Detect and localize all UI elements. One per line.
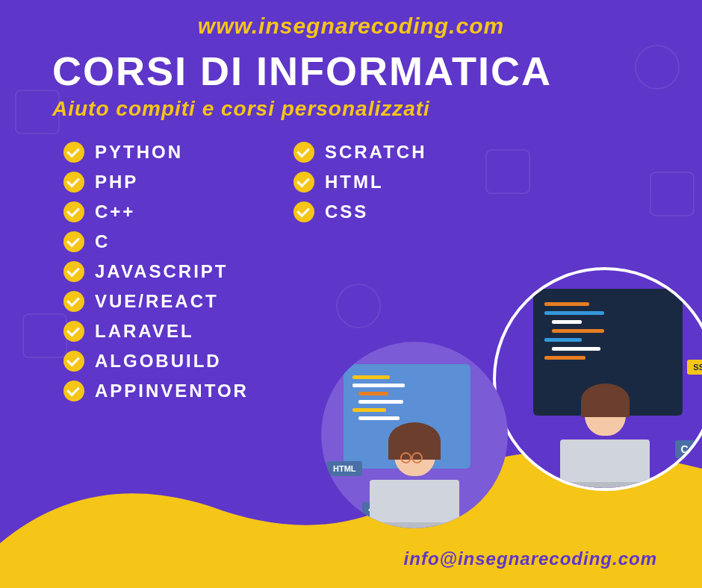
course-item: CSS <box>293 201 427 222</box>
course-label: PYTHON <box>95 142 183 163</box>
check-icon <box>63 231 84 252</box>
code-tag-html: HTML <box>327 461 362 476</box>
website-url[interactable]: www.insegnarecoding.com <box>0 0 702 39</box>
course-item: APPINVENTOR <box>63 381 249 401</box>
course-label: JAVASCRIPT <box>95 261 228 282</box>
course-item: C <box>63 231 249 252</box>
course-item: VUE/REACT <box>63 291 249 312</box>
check-icon <box>63 351 84 372</box>
course-label: ALGOBUILD <box>95 351 222 372</box>
course-label: HTML <box>325 172 384 193</box>
course-item: ALGOBUILD <box>63 351 249 372</box>
illustration-coder-right: SS C++ <box>493 267 702 491</box>
course-label: CSS <box>325 201 368 222</box>
check-icon <box>63 172 84 193</box>
illustration-coder-left: HTML <code> <box>321 342 508 528</box>
course-label: C++ <box>95 201 135 222</box>
course-label: APPINVENTOR <box>95 381 249 401</box>
check-icon <box>293 172 314 193</box>
check-icon <box>63 321 84 342</box>
subtitle: Aiuto compiti e corsi personalizzati <box>52 97 702 121</box>
check-icon <box>63 142 84 163</box>
check-icon <box>63 201 84 222</box>
code-tag-ss: SS <box>687 360 702 375</box>
course-item: HTML <box>293 172 427 193</box>
course-item: JAVASCRIPT <box>63 261 249 282</box>
course-item: PHP <box>63 172 249 193</box>
check-icon <box>293 201 314 222</box>
course-label: PHP <box>95 172 138 193</box>
course-item: C++ <box>63 201 249 222</box>
check-icon <box>63 261 84 282</box>
check-icon <box>63 381 84 401</box>
check-icon <box>63 291 84 312</box>
course-item: PYTHON <box>63 142 249 163</box>
check-icon <box>293 142 314 163</box>
course-column-1: PYTHONPHPC++CJAVASCRIPTVUE/REACTLARAVELA… <box>63 142 249 401</box>
course-item: SCRATCH <box>293 142 427 163</box>
main-title: CORSI DI INFORMATICA <box>52 48 702 94</box>
course-item: LARAVEL <box>63 321 249 342</box>
contact-email[interactable]: info@insegnarecoding.com <box>404 548 657 569</box>
course-label: SCRATCH <box>325 142 427 163</box>
course-label: C <box>95 231 110 252</box>
course-label: LARAVEL <box>95 321 194 342</box>
code-tag-cpp: C++ <box>675 440 702 458</box>
course-label: VUE/REACT <box>95 291 219 312</box>
